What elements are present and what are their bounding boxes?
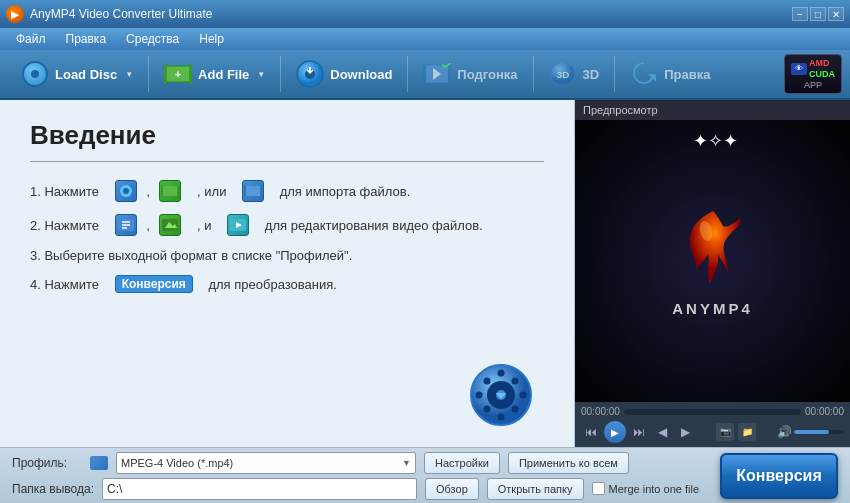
amd-cuda-badge: 👁 AMD CUDA APP	[784, 54, 842, 94]
toolbar: Load Disc ▼ + Add File ▼	[0, 50, 850, 100]
menu-bar: Файл Правка Средства Help	[0, 28, 850, 50]
svg-rect-2	[189, 64, 192, 84]
step1-text: 1. Нажмите	[30, 184, 99, 199]
open-folder-button[interactable]: Открыть папку	[487, 478, 584, 500]
step1-end: для импорта файлов.	[280, 184, 411, 199]
volume-fill	[794, 430, 829, 434]
output-row: Папка вывода: C:\ Обзор Открыть папку Me…	[12, 478, 838, 500]
download-button[interactable]: Download	[283, 54, 405, 94]
svg-rect-7	[423, 64, 426, 84]
load-disc-icon	[21, 60, 49, 88]
svg-rect-16	[177, 185, 179, 197]
step2-mid: , и	[197, 218, 212, 233]
sep2	[280, 56, 281, 92]
convert-button[interactable]: Конверсия	[720, 453, 838, 499]
prev-frame-button[interactable]: ◀	[652, 422, 672, 442]
output-label: Папка вывода:	[12, 482, 94, 496]
volume-bar[interactable]	[794, 430, 844, 434]
menu-edit[interactable]: Правка	[58, 30, 115, 48]
close-button[interactable]: ✕	[828, 7, 844, 21]
merge-label: Merge into one file	[609, 483, 700, 495]
step2-icon1	[115, 214, 137, 236]
settings-button[interactable]: Настройки	[424, 452, 500, 474]
apply-all-button[interactable]: Применить ко всем	[508, 452, 629, 474]
sep4	[533, 56, 534, 92]
title-bar-left: ▶ AnyMP4 Video Converter Ultimate	[6, 5, 213, 23]
amd-label: AMD	[809, 58, 835, 68]
step1-icon2	[159, 180, 181, 202]
svg-point-33	[484, 378, 491, 385]
profile-row: Профиль: MPEG-4 Video (*.mp4) ▼ Настройк…	[12, 452, 838, 474]
window-title: AnyMP4 Video Converter Ultimate	[30, 7, 213, 21]
bottom-bar: Профиль: MPEG-4 Video (*.mp4) ▼ Настройк…	[0, 447, 850, 503]
intro-title: Введение	[30, 120, 544, 151]
threed-button[interactable]: 3D 3D	[536, 54, 613, 94]
profile-icon	[90, 456, 108, 470]
minimize-button[interactable]: −	[792, 7, 808, 21]
svg-point-36	[512, 406, 519, 413]
svg-rect-18	[244, 185, 246, 197]
load-disc-button[interactable]: Load Disc ▼	[8, 54, 146, 94]
brand-name: ANYMP4	[672, 300, 753, 317]
svg-point-34	[512, 378, 519, 385]
volume-icon: 🔊	[777, 425, 792, 439]
profile-label: Профиль:	[12, 456, 82, 470]
anymp4-logo: ANYMP4	[668, 206, 758, 317]
step1-icon3	[242, 180, 264, 202]
time-end: 00:00:00	[805, 406, 844, 417]
edit-button[interactable]: Подгонка	[410, 54, 530, 94]
add-file-arrow: ▼	[257, 70, 265, 79]
browse-button[interactable]: Обзор	[425, 478, 479, 500]
extra-controls: 📷 📁	[716, 423, 756, 441]
profile-select[interactable]: MPEG-4 Video (*.mp4) ▼	[116, 452, 416, 474]
svg-point-31	[476, 392, 483, 399]
svg-rect-17	[245, 186, 261, 196]
step4-pre: 4. Нажмите	[30, 277, 99, 292]
maximize-button[interactable]: □	[810, 7, 826, 21]
preview-panel: Предпросмотр ✦✧✦	[575, 100, 850, 447]
select-arrow-icon: ▼	[402, 458, 411, 468]
download-label: Download	[330, 67, 392, 82]
time-start: 00:00:00	[581, 406, 620, 417]
konversiya-badge: Конверсия	[115, 275, 193, 293]
intro-panel: Введение 1. Нажмите , , или для импорта …	[0, 100, 575, 447]
add-file-button[interactable]: + Add File ▼	[151, 54, 278, 94]
menu-help[interactable]: Help	[191, 30, 232, 48]
progress-row: 00:00:00 00:00:00	[581, 406, 844, 417]
threed-icon: 3D	[549, 60, 577, 88]
playback-controls: ⏮ ▶ ⏭ ◀ ▶	[581, 421, 695, 443]
skip-start-button[interactable]: ⏮	[581, 422, 601, 442]
svg-text:3D: 3D	[556, 69, 569, 80]
skip-end-button[interactable]: ⏭	[629, 422, 649, 442]
step2-text: 2. Нажмите	[30, 218, 99, 233]
edit-label: Подгонка	[457, 67, 517, 82]
play-button[interactable]: ▶	[604, 421, 626, 443]
sep1	[148, 56, 149, 92]
fix-label: Правка	[664, 67, 710, 82]
title-bar-controls: − □ ✕	[792, 7, 844, 21]
intro-step4: 4. Нажмите Конверсия для преобразования.	[30, 275, 544, 293]
video-controls: 00:00:00 00:00:00 ⏮ ▶ ⏭ ◀ ▶ 📷 📁	[575, 402, 850, 447]
merge-checkbox[interactable]: Merge into one file	[592, 482, 700, 495]
svg-text:+: +	[175, 68, 181, 80]
threed-label: 3D	[583, 67, 600, 82]
eye-icon: 👁	[791, 63, 807, 75]
next-frame-button[interactable]: ▶	[675, 422, 695, 442]
fix-icon	[630, 60, 658, 88]
title-bar: ▶ AnyMP4 Video Converter Ultimate − □ ✕	[0, 0, 850, 28]
folder-button[interactable]: 📁	[738, 423, 756, 441]
progress-bar[interactable]	[624, 409, 801, 415]
menu-tools[interactable]: Средства	[118, 30, 187, 48]
edit-icon	[423, 60, 451, 88]
sep3	[407, 56, 408, 92]
sparkles-icon: ✦✧✦	[693, 130, 738, 152]
svg-point-13	[123, 188, 129, 194]
convert-label: Конверсия	[736, 467, 822, 485]
merge-checkbox-box[interactable]	[592, 482, 605, 495]
app-label: APP	[804, 80, 822, 90]
output-path-input[interactable]: C:\	[102, 478, 417, 500]
fix-button[interactable]: Правка	[617, 54, 723, 94]
menu-file[interactable]: Файл	[8, 30, 54, 48]
svg-point-32	[520, 392, 527, 399]
screenshot-button[interactable]: 📷	[716, 423, 734, 441]
